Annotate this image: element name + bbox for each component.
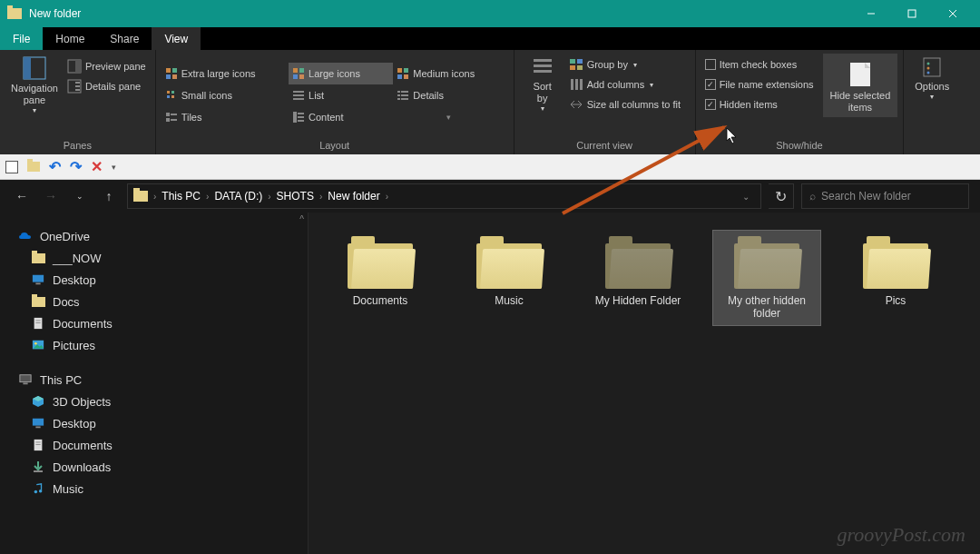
tab-view[interactable]: View [152,27,201,50]
nav-up[interactable]: ↑ [98,185,120,207]
svg-rect-21 [404,68,408,73]
svg-rect-47 [534,70,552,73]
add-columns-button[interactable]: Add columns▾ [565,75,684,94]
item-check-boxes-toggle[interactable]: Item check boxes [701,57,818,72]
svg-rect-41 [293,112,297,123]
tab-file[interactable]: File [0,27,43,50]
ribbon-group-current-view: Sortby ▾ Group by▾ Add columns▾ Size all… [514,50,696,154]
folder-name: My Hidden Folder [595,294,681,307]
nav-recent-dropdown[interactable]: ⌄ [69,185,91,207]
scroll-up-icon[interactable]: ^ [299,214,304,224]
layout-medium[interactable]: Medium icons [393,63,507,84]
folder-item[interactable]: Pics [842,231,949,312]
crumb-new-folder[interactable]: New folder [326,190,381,203]
details-pane-button[interactable]: Details pane [64,77,150,95]
size-columns-button[interactable]: Size all columns to fit [565,95,684,114]
breadcrumb-dropdown[interactable]: ⌄ [737,192,755,202]
crumb-data-d[interactable]: DATA (D:) [212,190,264,203]
sidebar-item[interactable]: Docs [0,291,308,312]
tab-home[interactable]: Home [43,27,97,50]
folder-item[interactable]: Music [456,231,563,312]
file-list[interactable]: DocumentsMusicMy Hidden FolderMy other h… [309,213,980,554]
sidebar-item[interactable]: Pictures [0,334,308,356]
folder-item[interactable]: My Hidden Folder [584,231,691,312]
svg-rect-23 [404,74,408,79]
folder-item[interactable]: My other hidden folder [713,231,820,325]
chevron-right-icon[interactable]: › [150,192,160,202]
sidebar-item[interactable]: Documents [0,312,308,334]
layout-more[interactable]: ▾ [393,106,507,128]
qat-redo[interactable]: ↷ [70,158,82,175]
list-icon [292,89,305,102]
sort-by-button[interactable]: Sortby ▾ [520,54,565,114]
sidebar-this-pc[interactable]: This PC [0,369,308,391]
ribbon-tabs: File Home Share View [0,27,980,50]
layout-tiles[interactable]: Tiles [162,106,289,128]
qat-checkbox[interactable] [5,161,18,173]
crumb-shots[interactable]: SHOTS [275,190,316,203]
minimize-button[interactable] [850,0,891,27]
layout-details[interactable]: Details [393,84,507,106]
ribbon-group-options: Options ▾ [904,50,960,154]
folder-icon [734,236,799,289]
layout-content[interactable]: Content [289,106,393,128]
hide-selected-items-button[interactable]: Hide selecteditems [823,54,898,117]
sidebar-onedrive[interactable]: OneDrive [0,225,308,247]
nav-forward[interactable]: → [40,185,62,207]
refresh-button[interactable]: ↻ [769,183,794,209]
svg-rect-12 [166,68,171,73]
maximize-button[interactable] [891,0,932,27]
chevron-right-icon[interactable]: › [382,192,392,202]
qat-dropdown[interactable]: ▾ [112,163,116,172]
svg-rect-13 [172,68,177,73]
layout-small[interactable]: Small icons [162,84,289,106]
sidebar-item[interactable]: 3D Objects [0,391,308,412]
layout-extra-large[interactable]: Extra large icons [162,63,289,84]
sidebar-item[interactable]: ___NOW [0,247,308,269]
sidebar-item[interactable]: Documents [0,434,308,456]
qat-undo[interactable]: ↶ [49,158,61,175]
navigation-tree: ^ OneDrive ___NOW Desktop Docs Documents… [0,213,309,554]
resize-icon [569,97,583,112]
svg-rect-45 [534,59,552,62]
svg-rect-71 [35,427,40,429]
nav-back[interactable]: ← [11,185,33,207]
file-name-extensions-toggle[interactable]: File name extensions [701,77,818,92]
layout-list[interactable]: List [289,84,393,106]
svg-rect-74 [35,444,40,445]
folder-icon [605,236,671,289]
group-by-button[interactable]: Group by▾ [565,55,684,74]
svg-point-58 [927,63,930,65]
svg-rect-27 [172,95,174,98]
svg-rect-50 [570,65,575,70]
content-icon [292,111,305,124]
preview-pane-icon [67,59,82,74]
hidden-items-toggle[interactable]: Hidden items [701,97,818,112]
chevron-right-icon[interactable]: › [264,192,274,202]
folder-icon [133,191,148,202]
checkbox-icon [705,99,716,110]
layout-large[interactable]: Large icons [289,63,393,84]
quick-access-toolbar: ↶ ↷ ✕ ▾ [0,154,980,180]
search-input[interactable]: ⌕ Search New folder [801,183,969,209]
qat-delete[interactable]: ✕ [91,158,103,175]
svg-rect-14 [166,74,171,79]
chevron-right-icon[interactable]: › [316,192,326,202]
details-icon [397,89,409,102]
options-button[interactable]: Options ▾ [909,54,955,103]
crumb-this-pc[interactable]: This PC [160,190,202,203]
svg-rect-43 [298,116,304,118]
svg-rect-53 [575,79,578,90]
preview-pane-button[interactable]: Preview pane [64,57,150,75]
chevron-right-icon[interactable]: › [202,192,212,202]
sidebar-item[interactable]: Music [0,478,308,500]
tab-share[interactable]: Share [97,27,152,50]
sidebar-item[interactable]: Desktop [0,412,308,434]
desktop-icon [31,416,45,430]
navigation-pane-button[interactable]: Navigationpane ▾ [5,54,64,116]
folder-item[interactable]: Documents [327,231,434,312]
sidebar-item[interactable]: Desktop [0,269,308,291]
breadcrumb[interactable]: › This PC › DATA (D:) › SHOTS › New fold… [127,183,761,209]
sidebar-item[interactable]: Downloads [0,456,308,478]
close-button[interactable] [932,0,973,27]
